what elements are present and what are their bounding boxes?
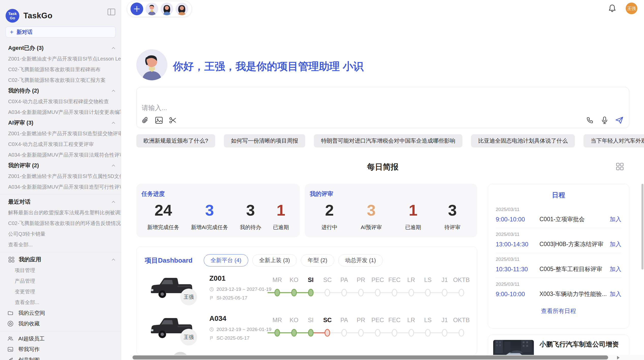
sidebar-task-item[interactable]: Z001-全新燃油皮卡产品开发项目SI节点Lesson Learn报告 xyxy=(0,53,121,64)
milestone-dot-J1[interactable] xyxy=(442,329,447,337)
sidebar-section-my-apps[interactable]: 我的应用 xyxy=(0,254,121,265)
assistant-avatar-1[interactable] xyxy=(145,3,158,15)
chevron-up-icon[interactable] xyxy=(112,121,115,125)
chevron-up-icon[interactable] xyxy=(112,89,115,93)
milestone-dot-FEC[interactable] xyxy=(392,329,397,337)
milestone-dot-PEC[interactable] xyxy=(375,289,380,296)
recent-chat-item[interactable]: 解释最新出台的欧盟报废车法规再生塑料比例被调到15%... xyxy=(0,207,121,218)
insert-image-icon[interactable] xyxy=(155,116,163,124)
milestone-dot-PEC[interactable] xyxy=(375,329,380,337)
sidebar-section-header-3[interactable]: 我的评审 (2) xyxy=(0,160,121,171)
sidebar-collapse-icon[interactable] xyxy=(108,9,115,15)
suggestion-chip[interactable]: 如何写一份清晰的项目周报 xyxy=(224,134,305,147)
dashboard-tab[interactable]: 年型 (2) xyxy=(301,254,334,266)
milestone-dot-PA[interactable] xyxy=(341,329,347,337)
sidebar-item-cloud[interactable]: 我的云空间 xyxy=(0,308,121,318)
sidebar-item-people[interactable]: AI超级员工 xyxy=(0,333,121,344)
new-chat-button[interactable]: + 新对话 xyxy=(6,26,116,38)
milestone-dot-PR[interactable] xyxy=(358,329,364,337)
scissors-icon[interactable] xyxy=(169,116,177,124)
chevron-up-icon[interactable] xyxy=(112,164,115,167)
milestone-dot-SI[interactable] xyxy=(308,329,314,337)
schedule-row: 9:00-10:00C001-立项审批会加入 xyxy=(496,215,621,223)
join-meeting-link[interactable]: 加入 xyxy=(610,215,621,223)
schedule-date: 2025/03/11 xyxy=(496,207,621,212)
notifications-bell-icon[interactable] xyxy=(608,4,616,12)
join-meeting-link[interactable]: 加入 xyxy=(610,265,621,273)
suggestion-chip[interactable]: 特朗普可能对进口汽车增税会对中国车企造成哪些影响 xyxy=(314,134,462,147)
chevron-up-icon[interactable] xyxy=(112,46,115,50)
milestone-dot-OKTB[interactable] xyxy=(459,329,464,337)
sidebar-task-item[interactable]: Z001-全新燃油轻卡产品开发项目SI节点属性5D文件评审 xyxy=(0,171,121,182)
sidebar-task-item[interactable]: Z001-全新燃油轻卡产品开发项目SI造型提交物评审 xyxy=(0,128,121,139)
milestone-dot-FEC[interactable] xyxy=(392,289,397,296)
sidebar-task-item[interactable]: C0X4-动力总成开发项目SI里程碑提交物检查 xyxy=(0,96,121,107)
assistant-avatar-2[interactable] xyxy=(160,3,173,15)
milestone-dot-LR[interactable] xyxy=(408,289,414,296)
milestone-dot-KO[interactable] xyxy=(291,289,297,296)
milestone-dot-KO[interactable] xyxy=(291,329,297,337)
microphone-icon[interactable] xyxy=(601,116,609,124)
chevron-up-icon[interactable] xyxy=(112,258,115,261)
join-meeting-link[interactable]: 加入 xyxy=(610,240,621,248)
sidebar-task-item[interactable]: A034-全新新能源MUV产品开发项目法规符合性评审 xyxy=(0,149,121,160)
phone-call-icon[interactable] xyxy=(586,116,594,124)
join-meeting-link[interactable]: 加入 xyxy=(610,290,621,298)
project-name[interactable]: A034 xyxy=(209,314,226,323)
sidebar-section-header-0[interactable]: Agent已办 (3) xyxy=(0,43,121,53)
user-avatar[interactable]: 王强 xyxy=(626,3,637,14)
milestone-dot-J1[interactable] xyxy=(442,289,447,296)
chevron-up-icon[interactable] xyxy=(112,200,115,204)
milestone-dot-SI[interactable] xyxy=(308,289,314,296)
sidebar-item-write[interactable]: 帮我写作 xyxy=(0,344,121,355)
project-name[interactable]: Z001 xyxy=(209,274,226,282)
briefing-layout-icon[interactable] xyxy=(616,163,624,170)
milestone-dot-MR[interactable] xyxy=(274,289,280,296)
milestone-dot-SC[interactable] xyxy=(325,329,330,337)
app-item[interactable]: 查看全部... xyxy=(0,297,121,308)
app-item[interactable]: 项目管理 xyxy=(0,265,121,276)
sidebar-task-item[interactable]: C02-飞腾新能源轻客改款项目里程碑画布 xyxy=(0,64,121,75)
schedule-row: 10:30-11:30C005-整车工程目标评审加入 xyxy=(496,265,621,273)
sidebar-section-recent-chats[interactable]: 最近对话 xyxy=(0,197,121,207)
dashboard-tab[interactable]: 全新上装 (3) xyxy=(252,254,297,266)
add-assistant-button[interactable] xyxy=(130,3,143,15)
dashboard-tab[interactable]: 动总开发 (1) xyxy=(338,254,383,266)
sidebar-section-header-1[interactable]: 我的待办 (2) xyxy=(0,85,121,96)
milestone-dot-LS[interactable] xyxy=(425,329,431,337)
recent-chat-item[interactable]: C02-飞腾新能源轻客改款项目的闭环通告反馈情况 xyxy=(0,218,121,229)
send-icon[interactable] xyxy=(615,116,623,124)
milestone-dot-LR[interactable] xyxy=(408,329,414,337)
milestone-dot-PR[interactable] xyxy=(358,289,364,296)
attach-file-icon[interactable] xyxy=(141,116,149,124)
stat-item: 3AI预评审 xyxy=(361,199,382,231)
sidebar-section-header-2[interactable]: AI评审 (3) xyxy=(0,117,121,128)
horizontal-scrollbar[interactable] xyxy=(130,355,644,360)
sidebar-item-star[interactable]: 我的收藏 xyxy=(0,318,121,329)
milestone-dot-MR[interactable] xyxy=(274,329,280,337)
chat-input-card[interactable]: 请输入... xyxy=(136,87,629,128)
suggestion-chip[interactable]: 欧洲新规最近颁布了什么? xyxy=(136,134,215,147)
dashboard-tab[interactable]: 全新平台 (4) xyxy=(204,254,248,266)
suggestion-chip[interactable]: 当下年轻人对汽车外观有怎样的喜好趋势 xyxy=(583,134,644,147)
sidebar-task-item[interactable]: A034-全新新能源MUV产品开发项目计划变更表编写 xyxy=(0,107,121,117)
vertical-scrollbar-thumb[interactable] xyxy=(641,184,643,269)
milestone-dot-OKTB[interactable] xyxy=(459,289,464,296)
app-item[interactable]: 产品管理 xyxy=(0,276,121,286)
milestone-dot-SC[interactable] xyxy=(325,289,330,296)
sidebar-task-item[interactable]: A034-全新新能源MUV产品开发项目造型可行性评审 xyxy=(0,182,121,192)
sidebar-task-item[interactable]: C02-飞腾新能源轻客改款项目立项汇报方案 xyxy=(0,75,121,85)
view-all-schedule-link[interactable]: 查看所有日程 xyxy=(496,307,621,315)
milestone-dot-PA[interactable] xyxy=(341,289,347,296)
sidebar-item-pen[interactable]: 创意制图 xyxy=(0,355,121,360)
recent-chat-item[interactable]: 公司Q3轻卡销量 xyxy=(0,229,121,239)
app-item[interactable]: 变更管理 xyxy=(0,286,121,297)
horizontal-scrollbar-thumb[interactable] xyxy=(133,355,608,359)
assistant-avatar-3[interactable] xyxy=(175,3,188,15)
suggestion-chip[interactable]: 比亚迪全固态电池计划具体说了什么 xyxy=(471,134,575,147)
milestone-dot-LS[interactable] xyxy=(425,289,431,296)
sidebar-task-item[interactable]: C0X4-动力总成开发项目工程变更评审 xyxy=(0,139,121,149)
scroll-right-arrow[interactable] xyxy=(617,356,620,359)
recent-chat-item[interactable]: 查看全部... xyxy=(0,239,121,250)
stat-value: 3 xyxy=(191,199,228,221)
